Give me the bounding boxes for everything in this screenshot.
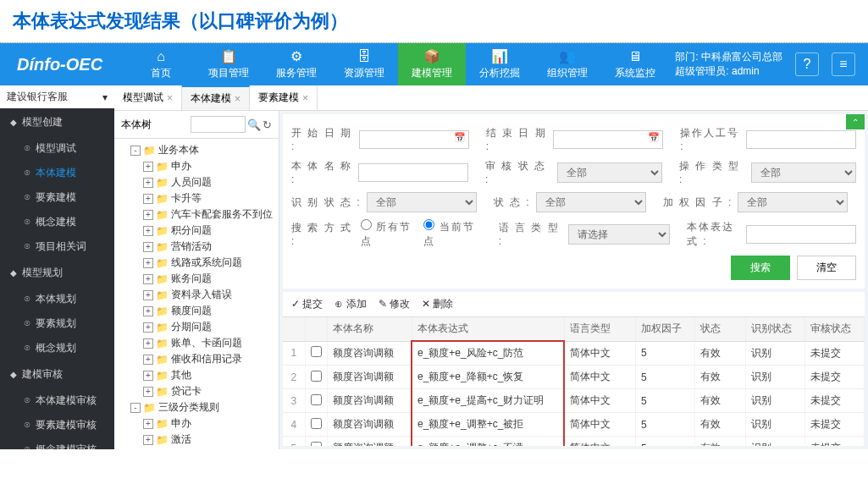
tree-node[interactable]: +📁资料录入错误 bbox=[118, 287, 275, 303]
sidebar-group[interactable]: 模型规划 bbox=[0, 259, 114, 287]
sidebar-item[interactable]: 模型调试 bbox=[0, 136, 114, 161]
logo: Dínfo-OEC bbox=[0, 55, 127, 74]
tree-node[interactable]: +📁分期问题 bbox=[118, 319, 275, 335]
tree-node[interactable]: +📁申办 bbox=[118, 415, 275, 432]
close-icon[interactable]: × bbox=[167, 92, 173, 104]
tree-node[interactable]: +📁线路或系统问题 bbox=[118, 255, 275, 271]
tab-bar: 模型调试×本体建模×要素建模× bbox=[114, 85, 868, 111]
row-checkbox[interactable] bbox=[311, 418, 322, 429]
tree-node[interactable]: +📁其他 bbox=[118, 367, 275, 383]
clear-button[interactable]: 清空 bbox=[797, 256, 856, 280]
table-row[interactable]: 4额度咨询调额e_额度+e_调整+c_被拒简体中文5有效识别未提交 bbox=[283, 413, 865, 437]
tree-node[interactable]: +📁账单、卡函问题 bbox=[118, 335, 275, 351]
nav: ⌂首页📋项目管理⚙服务管理🗄资源管理📦建模管理📊分析挖掘👥组织管理🖥系统监控 bbox=[127, 43, 669, 85]
status-select[interactable]: 全部 bbox=[536, 192, 646, 212]
table-row[interactable]: 2额度咨询调额e_额度+e_降额+c_恢复简体中文5有效识别未提交 bbox=[283, 366, 865, 389]
result-grid: ✓ 提交⊕ 添加✎ 修改✕ 删除 本体名称本体表达式语言类型加权因子状态识别状态… bbox=[283, 292, 865, 446]
project-selector[interactable]: 建设银行客服▾ bbox=[0, 85, 114, 108]
tree-node[interactable]: +📁积分问题 bbox=[118, 223, 275, 239]
grid-tool[interactable]: ✎ 修改 bbox=[379, 297, 410, 311]
grid-tool[interactable]: ✓ 提交 bbox=[291, 297, 323, 311]
grid-tool[interactable]: ⊕ 添加 bbox=[334, 297, 366, 311]
sidebar: 建设银行客服▾ 模型创建模型调试本体建模要素建模概念建模项目相关词模型规划本体规… bbox=[0, 85, 114, 449]
topbar: Dínfo-OEC ⌂首页📋项目管理⚙服务管理🗄资源管理📦建模管理📊分析挖掘👥组… bbox=[0, 43, 868, 85]
sidebar-item[interactable]: 概念建模审核 bbox=[0, 437, 114, 449]
sidebar-item[interactable]: 概念规划 bbox=[0, 336, 114, 360]
start-date-input[interactable] bbox=[359, 130, 469, 149]
search-icon[interactable]: 🔍 bbox=[247, 118, 261, 131]
sidebar-item[interactable]: 概念建模 bbox=[0, 210, 114, 234]
tree-node[interactable]: +📁额度问题 bbox=[118, 303, 275, 319]
sidebar-group[interactable]: 模型创建 bbox=[0, 108, 114, 136]
close-icon[interactable]: × bbox=[302, 92, 308, 104]
refresh-icon[interactable]: ↻ bbox=[263, 118, 272, 131]
nav-服务管理[interactable]: ⚙服务管理 bbox=[263, 43, 330, 85]
row-checkbox[interactable] bbox=[311, 346, 322, 357]
lang-select[interactable]: 请选择 bbox=[568, 224, 670, 245]
tree-node[interactable]: +📁申办 bbox=[118, 158, 275, 174]
tab[interactable]: 模型调试× bbox=[114, 85, 182, 110]
row-checkbox[interactable] bbox=[311, 394, 322, 405]
tree-node[interactable]: +📁卡升等 bbox=[118, 190, 275, 206]
page-title: 本体表达式发现结果（以口碑评价为例） bbox=[0, 0, 868, 43]
nav-资源管理[interactable]: 🗄资源管理 bbox=[330, 43, 398, 85]
tree-title: 本体树 bbox=[121, 118, 152, 132]
close-icon[interactable]: × bbox=[235, 93, 240, 105]
tab[interactable]: 本体建模× bbox=[182, 85, 250, 110]
tree-panel: 本体树 🔍 ↻ -📁业务本体+📁申办+📁人员问题+📁卡升等+📁汽车卡配套服务不到… bbox=[114, 111, 279, 449]
search-button[interactable]: 搜索 bbox=[731, 256, 790, 280]
radio-current-node[interactable]: 当前节点 bbox=[423, 219, 481, 249]
tree-node[interactable]: +📁催收和信用记录 bbox=[118, 351, 275, 367]
tree-node[interactable]: -📁业务本体 bbox=[118, 142, 275, 158]
grid-tool[interactable]: ✕ 删除 bbox=[422, 297, 453, 311]
table-row[interactable]: 1额度咨询调额e_额度+e_风险+c_防范简体中文5有效识别未提交 bbox=[283, 341, 865, 366]
sidebar-item[interactable]: 要素建模审核 bbox=[0, 413, 114, 437]
nav-首页[interactable]: ⌂首页 bbox=[127, 43, 195, 85]
tree-node[interactable]: +📁贷记卡 bbox=[118, 383, 275, 399]
help-icon[interactable]: ? bbox=[795, 52, 819, 76]
sidebar-item[interactable]: 本体建模 bbox=[0, 161, 114, 185]
row-checkbox[interactable] bbox=[311, 371, 322, 382]
user-info: 部门: 中科鼎富公司总部 超级管理员: admin bbox=[675, 50, 782, 79]
menu-icon[interactable]: ≡ bbox=[832, 52, 855, 76]
collapse-icon[interactable]: ⌃ bbox=[846, 114, 865, 129]
sidebar-item[interactable]: 项目相关词 bbox=[0, 234, 114, 259]
operator-input[interactable] bbox=[746, 130, 856, 149]
grid-toolbar: ✓ 提交⊕ 添加✎ 修改✕ 删除 bbox=[283, 292, 865, 317]
ontology-name-input[interactable] bbox=[358, 163, 468, 182]
op-type-select[interactable]: 全部 bbox=[751, 162, 856, 183]
tree-node[interactable]: -📁三级分类规则 bbox=[118, 399, 275, 415]
tree-node[interactable]: +📁人员问题 bbox=[118, 174, 275, 190]
chevron-down-icon: ▾ bbox=[102, 91, 108, 103]
tree-node[interactable]: +📁激活 bbox=[118, 432, 275, 448]
nav-组织管理[interactable]: 👥组织管理 bbox=[534, 43, 601, 85]
row-checkbox[interactable] bbox=[311, 442, 322, 447]
end-date-input[interactable] bbox=[553, 130, 663, 149]
tab[interactable]: 要素建模× bbox=[250, 85, 318, 110]
table-row[interactable]: 3额度咨询调额e_额度+e_提高+c_财力证明简体中文5有效识别未提交 bbox=[283, 389, 865, 413]
weight-select[interactable]: 全部 bbox=[738, 192, 848, 212]
table-row[interactable]: 5额度咨询调额e_额度+e_调整+c_不满简体中文5有效识别未提交 bbox=[283, 437, 865, 447]
sidebar-item[interactable]: 要素规划 bbox=[0, 311, 114, 336]
radio-all-nodes[interactable]: 所有节点 bbox=[361, 219, 418, 249]
sidebar-item[interactable]: 要素建模 bbox=[0, 185, 114, 210]
nav-项目管理[interactable]: 📋项目管理 bbox=[195, 43, 263, 85]
nav-系统监控[interactable]: 🖥系统监控 bbox=[601, 43, 669, 85]
result-table: 本体名称本体表达式语言类型加权因子状态识别状态审核状态1额度咨询调额e_额度+e… bbox=[283, 317, 865, 446]
audit-select[interactable]: 全部 bbox=[557, 162, 662, 183]
nav-建模管理[interactable]: 📦建模管理 bbox=[398, 43, 466, 85]
tree-node[interactable]: +📁汽车卡配套服务不到位 bbox=[118, 206, 275, 223]
sidebar-item[interactable]: 本体建模审核 bbox=[0, 388, 114, 413]
tree-search-input[interactable] bbox=[191, 116, 246, 133]
filter-panel: ⌃ 开 始 日 期 : 结 束 日 期 : 操作人工号 : 本 体 名 称 : … bbox=[283, 114, 865, 289]
sidebar-group[interactable]: 建模审核 bbox=[0, 360, 114, 388]
tree-node[interactable]: +📁营销活动 bbox=[118, 239, 275, 255]
tree-node[interactable]: -📁额度 bbox=[118, 448, 275, 449]
expression-input[interactable] bbox=[746, 225, 856, 244]
recognize-select[interactable]: 全部 bbox=[367, 192, 477, 212]
tree-node[interactable]: +📁账务问题 bbox=[118, 271, 275, 287]
nav-分析挖掘[interactable]: 📊分析挖掘 bbox=[466, 43, 534, 85]
tree-body: -📁业务本体+📁申办+📁人员问题+📁卡升等+📁汽车卡配套服务不到位+📁积分问题+… bbox=[114, 139, 279, 449]
sidebar-item[interactable]: 本体规划 bbox=[0, 287, 114, 311]
